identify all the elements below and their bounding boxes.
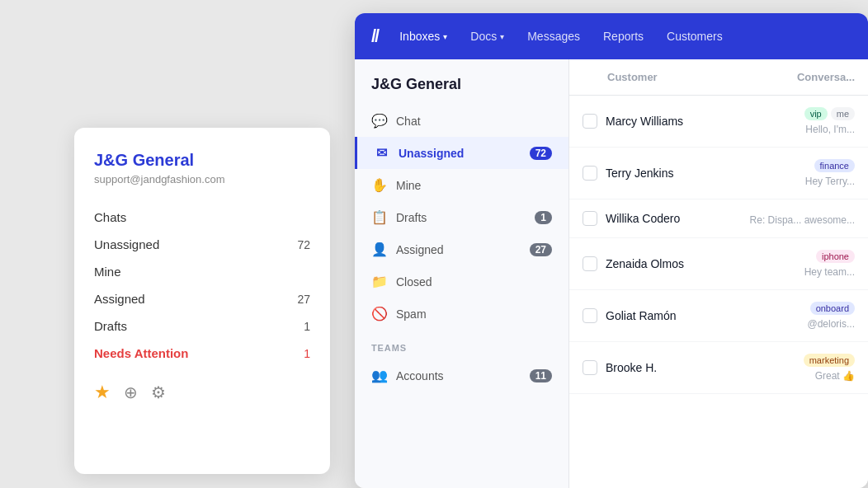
- tag-row: finance: [814, 159, 855, 172]
- nav-customers[interactable]: Customers: [657, 25, 733, 48]
- settings-icon[interactable]: ⚙: [151, 382, 166, 402]
- bg-nav-chats[interactable]: Chats: [94, 204, 310, 231]
- tag-row: vip me: [804, 107, 855, 120]
- inbox-nav-accounts[interactable]: 👥 Accounts 11: [355, 359, 568, 392]
- background-sidebar: J&G General support@jandgfashion.com Cha…: [74, 128, 330, 474]
- conv-right: onboard @deloris...: [807, 302, 855, 330]
- table-row[interactable]: Willika Codero Re: Dispa... awesome...: [569, 199, 868, 238]
- tag-finance: finance: [814, 159, 855, 172]
- main-app: // Inboxes ▾ Docs ▾ Messages Reports Cus…: [355, 13, 868, 488]
- conv-right: iphone Hey team...: [804, 250, 855, 278]
- chat-icon: 💬: [371, 113, 386, 129]
- tag-vip: vip: [804, 107, 828, 120]
- unassigned-icon: ✉: [374, 145, 389, 161]
- nav-docs[interactable]: Docs ▾: [460, 25, 514, 48]
- top-nav: // Inboxes ▾ Docs ▾ Messages Reports Cus…: [355, 13, 868, 59]
- nav-reports[interactable]: Reports: [593, 25, 653, 48]
- conv-right: finance Hey Terry...: [805, 159, 855, 187]
- row-checkbox[interactable]: [583, 256, 597, 271]
- conversations-header: Customer Conversa...: [569, 59, 868, 96]
- tag-onboard: onboard: [810, 302, 855, 315]
- inbox-nav-closed[interactable]: 📁 Closed: [355, 265, 568, 298]
- inbox-nav-chat[interactable]: 💬 Chat: [355, 105, 568, 137]
- nav-messages[interactable]: Messages: [517, 25, 590, 48]
- inbox-nav-spam[interactable]: 🚫 Spam: [355, 298, 568, 330]
- row-checkbox[interactable]: [583, 211, 597, 226]
- closed-icon: 📁: [371, 274, 386, 289]
- header-customer-col: Customer: [607, 71, 797, 83]
- tag-marketing: marketing: [804, 354, 855, 367]
- tag-row: marketing: [804, 354, 855, 367]
- conv-right: vip me Hello, I'm...: [804, 107, 855, 135]
- bg-nav-unassigned[interactable]: Unassigned 72: [94, 231, 310, 258]
- conversations-panel: Customer Conversa... Marcy Williams vip …: [569, 59, 868, 488]
- bg-bottom-row: ★ ⊕ ⚙: [94, 382, 310, 403]
- bg-inbox-name: J&G General: [94, 151, 310, 170]
- inbox-nav-mine[interactable]: ✋ Mine: [355, 169, 568, 201]
- inbox-nav-drafts[interactable]: 📋 Drafts 1: [355, 201, 568, 233]
- teams-label: TEAMS: [355, 330, 568, 359]
- conv-right: Re: Dispa... awesome...: [750, 211, 855, 226]
- table-row[interactable]: Marcy Williams vip me Hello, I'm...: [569, 96, 868, 148]
- row-checkbox[interactable]: [583, 360, 597, 375]
- inboxes-chevron: ▾: [443, 32, 447, 41]
- table-row[interactable]: Terry Jenkins finance Hey Terry...: [569, 148, 868, 199]
- tag-iphone: iphone: [816, 250, 855, 263]
- conv-right: marketing Great 👍: [804, 354, 855, 382]
- bg-inbox-email: support@jandgfashion.com: [94, 173, 310, 185]
- header-convo-col: Conversa...: [797, 71, 855, 83]
- row-checkbox[interactable]: [583, 166, 597, 181]
- row-checkbox[interactable]: [583, 114, 597, 129]
- accounts-icon: 👥: [371, 368, 386, 383]
- tag-row: iphone: [816, 250, 855, 263]
- app-logo: //: [371, 26, 378, 47]
- bg-nav-needs-attention[interactable]: Needs Attention 1: [94, 340, 310, 367]
- bg-nav-assigned[interactable]: Assigned 27: [94, 285, 310, 312]
- inbox-nav-assigned[interactable]: 👤 Assigned 27: [355, 233, 568, 265]
- row-checkbox[interactable]: [583, 308, 597, 323]
- inbox-panel: J&G General 💬 Chat ✉ Unassigned 72 ✋ Min…: [355, 59, 569, 488]
- bg-nav-drafts[interactable]: Drafts 1: [94, 312, 310, 340]
- nav-inboxes[interactable]: Inboxes ▾: [389, 25, 457, 48]
- drafts-icon: 📋: [371, 209, 386, 225]
- table-row[interactable]: Zenaida Olmos iphone Hey team...: [569, 238, 868, 290]
- tag-row: onboard: [810, 302, 855, 315]
- main-content: J&G General 💬 Chat ✉ Unassigned 72 ✋ Min…: [355, 59, 868, 488]
- compose-icon[interactable]: ⊕: [124, 382, 138, 402]
- bg-nav-mine[interactable]: Mine: [94, 258, 310, 285]
- tag-me: me: [831, 107, 855, 120]
- star-icon[interactable]: ★: [94, 382, 111, 403]
- docs-chevron: ▾: [500, 32, 504, 41]
- assigned-icon: 👤: [371, 242, 386, 257]
- table-row[interactable]: Brooke H. marketing Great 👍: [569, 342, 868, 394]
- mine-icon: ✋: [371, 177, 386, 193]
- spam-icon: 🚫: [371, 306, 386, 321]
- table-row[interactable]: Goliat Ramón onboard @deloris...: [569, 290, 868, 342]
- inbox-panel-header: J&G General: [355, 59, 568, 105]
- inbox-nav-unassigned[interactable]: ✉ Unassigned 72: [355, 137, 568, 169]
